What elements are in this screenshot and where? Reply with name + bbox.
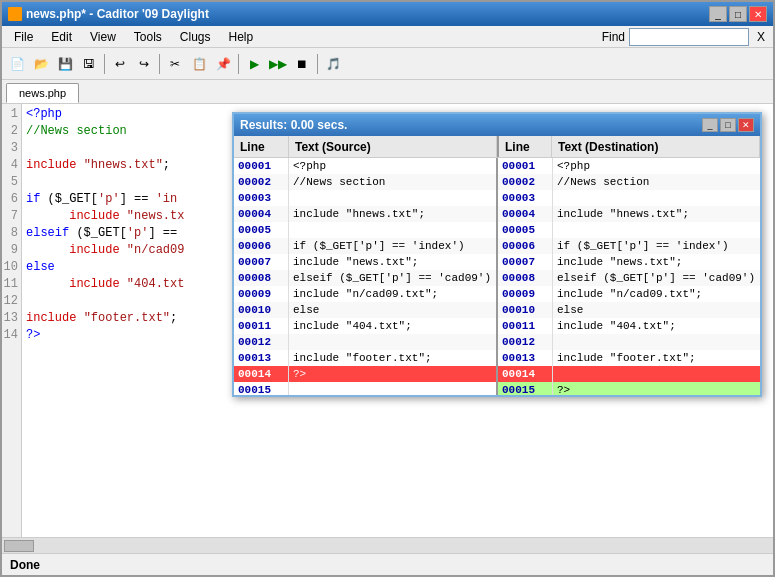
new-button[interactable]: 📄 [6,53,28,75]
result-row-dst-5[interactable]: 00005 [498,222,760,238]
result-src-text-3 [289,190,496,206]
result-dst-line-13: 00013 [498,350,553,366]
window-title: news.php* - Caditor '09 Daylight [26,7,209,21]
results-dest-pane[interactable]: 00001<?php00002//News section0000300004i… [496,158,760,395]
line-num-7: 7 [2,208,18,225]
tab-news[interactable]: news.php [6,83,79,103]
find-label: Find [602,30,625,44]
close-button[interactable]: ✕ [749,6,767,22]
result-row-dst-7[interactable]: 00007 include "news.txt"; [498,254,760,270]
result-src-line-7: 00007 [234,254,289,270]
result-row-src-11[interactable]: 00011 include "404.txt"; [234,318,496,334]
result-row-src-7[interactable]: 00007 include "news.txt"; [234,254,496,270]
result-row-src-3[interactable]: 00003 [234,190,496,206]
result-row-dst-6[interactable]: 00006if ($_GET['p'] == 'index') [498,238,760,254]
menu-file[interactable]: File [6,28,41,46]
app-icon [8,7,22,21]
result-row-src-9[interactable]: 00009 include "n/cad09.txt"; [234,286,496,302]
result-dst-text-15: ?> [553,382,760,395]
result-src-text-4: include "hnews.txt"; [289,206,496,222]
result-row-dst-10[interactable]: 00010else [498,302,760,318]
result-row-dst-12[interactable]: 00012 [498,334,760,350]
result-row-dst-11[interactable]: 00011 include "404.txt"; [498,318,760,334]
redo-button[interactable]: ↪ [133,53,155,75]
result-src-text-1: <?php [289,158,496,174]
open-button[interactable]: 📂 [30,53,52,75]
find-input[interactable] [629,28,749,46]
result-src-text-14: ?> [289,366,496,382]
separator-2 [159,54,160,74]
paste-button[interactable]: 📌 [212,53,234,75]
find-close[interactable]: X [753,30,769,44]
scrollbar-thumb[interactable] [4,540,34,552]
extra-button[interactable]: 🎵 [322,53,344,75]
cut-button[interactable]: ✂ [164,53,186,75]
save-all-button[interactable]: 🖫 [78,53,100,75]
result-dst-line-15: 00015 [498,382,553,395]
result-row-src-5[interactable]: 00005 [234,222,496,238]
result-src-line-4: 00004 [234,206,289,222]
result-src-line-11: 00011 [234,318,289,334]
result-src-text-7: include "news.txt"; [289,254,496,270]
result-dst-text-8: elseif ($_GET['p'] == 'cad09') [553,270,760,286]
line-num-8: 8 [2,225,18,242]
result-row-src-14[interactable]: 00014?> [234,366,496,382]
results-source-pane[interactable]: 00001<?php00002//News section0000300004i… [234,158,496,395]
result-row-src-12[interactable]: 00012 [234,334,496,350]
result-row-dst-4[interactable]: 00004include "hnews.txt"; [498,206,760,222]
result-row-dst-3[interactable]: 00003 [498,190,760,206]
run2-button[interactable]: ▶▶ [267,53,289,75]
result-src-text-10: else [289,302,496,318]
maximize-button[interactable]: □ [729,6,747,22]
run-button[interactable]: ▶ [243,53,265,75]
result-row-dst-15[interactable]: 00015?> [498,382,760,395]
result-row-src-2[interactable]: 00002//News section [234,174,496,190]
results-dialog: Results: 0.00 secs. _ □ ✕ Line Text (Sou… [232,112,762,397]
result-src-line-5: 00005 [234,222,289,238]
result-row-dst-9[interactable]: 00009 include "n/cad09.txt"; [498,286,760,302]
result-dst-line-3: 00003 [498,190,553,206]
result-row-dst-8[interactable]: 00008elseif ($_GET['p'] == 'cad09') [498,270,760,286]
result-row-src-1[interactable]: 00001<?php [234,158,496,174]
menu-tools[interactable]: Tools [126,28,170,46]
result-row-dst-14[interactable]: 00014 [498,366,760,382]
line-num-13: 13 [2,310,18,327]
minimize-button[interactable]: _ [709,6,727,22]
result-src-line-14: 00014 [234,366,289,382]
result-row-dst-13[interactable]: 00013include "footer.txt"; [498,350,760,366]
results-column-headers: Line Text (Source) Line Text (Destinatio… [234,136,760,158]
result-src-line-8: 00008 [234,270,289,286]
menu-clugs[interactable]: Clugs [172,28,219,46]
result-row-src-15[interactable]: 00015 [234,382,496,395]
result-src-line-9: 00009 [234,286,289,302]
result-dst-line-11: 00011 [498,318,553,334]
result-dst-text-14 [553,366,760,382]
results-minimize[interactable]: _ [702,118,718,132]
separator-3 [238,54,239,74]
stop-button[interactable]: ⏹ [291,53,313,75]
result-dst-text-5 [553,222,760,238]
undo-button[interactable]: ↩ [109,53,131,75]
horizontal-scrollbar[interactable] [2,537,773,553]
save-button[interactable]: 💾 [54,53,76,75]
result-row-src-4[interactable]: 00004include "hnews.txt"; [234,206,496,222]
menu-edit[interactable]: Edit [43,28,80,46]
result-src-line-2: 00002 [234,174,289,190]
results-close[interactable]: ✕ [738,118,754,132]
menu-view[interactable]: View [82,28,124,46]
results-maximize[interactable]: □ [720,118,736,132]
result-row-src-10[interactable]: 00010else [234,302,496,318]
title-controls: _ □ ✕ [709,6,767,22]
result-src-line-10: 00010 [234,302,289,318]
result-row-dst-2[interactable]: 00002//News section [498,174,760,190]
result-dst-text-4: include "hnews.txt"; [553,206,760,222]
line-num-4: 4 [2,157,18,174]
result-row-src-6[interactable]: 00006if ($_GET['p'] == 'index') [234,238,496,254]
menu-help[interactable]: Help [221,28,262,46]
result-src-text-15 [289,382,496,395]
result-row-src-8[interactable]: 00008elseif ($_GET['p'] == 'cad09') [234,270,496,286]
result-src-line-12: 00012 [234,334,289,350]
copy-button[interactable]: 📋 [188,53,210,75]
result-row-src-13[interactable]: 00013include "footer.txt"; [234,350,496,366]
result-row-dst-1[interactable]: 00001<?php [498,158,760,174]
